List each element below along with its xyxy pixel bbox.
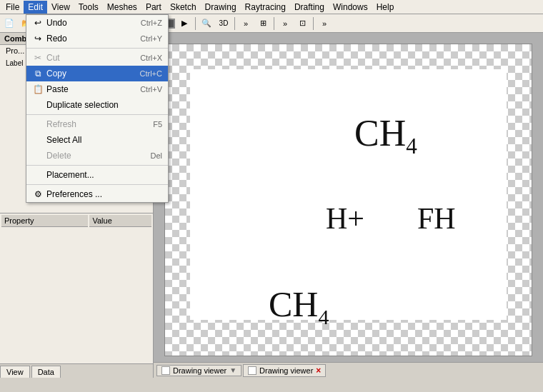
- delete-icon: [32, 150, 44, 161]
- menu-item-undo[interactable]: ↩ Undo Ctrl+Z: [26, 15, 168, 31]
- preferences-label: Preferences ...: [46, 189, 102, 199]
- new-btn[interactable]: 📄: [1, 16, 17, 31]
- sep-1: [26, 48, 168, 49]
- cut-label: Cut: [46, 53, 60, 63]
- canvas-tab-2-label: Drawing viewer: [259, 366, 313, 375]
- edit-dropdown-menu: ↩ Undo Ctrl+Z ↪ Redo Ctrl+Y ✂ Cut Ctrl+X…: [26, 14, 169, 203]
- duplicate-label: Duplicate selection: [46, 100, 119, 110]
- menu-edit[interactable]: Edit: [24, 1, 47, 14]
- menubar: File Edit View Tools Meshes Part Sketch …: [0, 0, 543, 14]
- cut-shortcut: Ctrl+X: [140, 54, 162, 62]
- value-col-header: Value: [89, 215, 151, 227]
- menu-item-redo[interactable]: ↪ Redo Ctrl+Y: [26, 31, 168, 46]
- refresh-icon: [32, 119, 44, 130]
- t7[interactable]: ⊡: [294, 16, 310, 31]
- menu-item-copy[interactable]: ⧉ Copy Ctrl+C: [26, 66, 168, 81]
- select-all-icon: [32, 134, 44, 146]
- canvas-bottom-tabs: Drawing viewer ▼ Drawing viewer ×: [154, 362, 543, 378]
- placement-icon: [32, 169, 44, 181]
- menu-item-select-all[interactable]: Select All: [26, 132, 168, 148]
- sep-4: [26, 184, 168, 185]
- canvas-tab-2[interactable]: Drawing viewer ×: [243, 364, 326, 377]
- canvas-area: CH4 H+ FH CH4 Drawing viewer: [154, 33, 543, 378]
- molecule-ch4-bottom: CH4: [269, 283, 329, 329]
- canvas-tab-1-label: Drawing viewer: [173, 366, 226, 375]
- paste-icon: 📋: [32, 84, 44, 95]
- redo-icon: ↪: [32, 33, 44, 44]
- property-table: Property Value: [0, 213, 153, 228]
- menu-sketch[interactable]: Sketch: [166, 1, 201, 14]
- menu-raytracing[interactable]: Raytracing: [241, 1, 290, 14]
- prefs-icon: ⚙: [32, 189, 44, 200]
- copy-label: Copy: [46, 69, 66, 79]
- copy-icon: ⧉: [32, 68, 44, 79]
- zoom-btn[interactable]: 🔍: [199, 16, 214, 31]
- molecule-ch4-top: CH4: [354, 112, 417, 159]
- menu-item-preferences[interactable]: ⚙ Preferences ...: [26, 186, 168, 202]
- paste-label: Paste: [46, 84, 69, 94]
- delete-label: Delete: [46, 151, 71, 161]
- menu-item-delete: Delete Del: [26, 148, 168, 164]
- menu-item-cut: ✂ Cut Ctrl+X: [26, 50, 168, 66]
- menu-drafting[interactable]: Drafting: [290, 1, 329, 14]
- menu-tools[interactable]: Tools: [74, 1, 103, 14]
- t8[interactable]: »: [317, 16, 332, 31]
- 3d-btn[interactable]: 3D: [216, 16, 231, 31]
- sep-3: [26, 165, 168, 166]
- duplicate-icon: [32, 99, 44, 111]
- menu-drawing[interactable]: Drawing: [201, 1, 241, 14]
- menu-part[interactable]: Part: [141, 1, 166, 14]
- t3[interactable]: ▶: [176, 16, 192, 31]
- menu-file[interactable]: File: [1, 1, 24, 14]
- sep6: [274, 17, 274, 30]
- property-col-header: Property: [1, 215, 88, 227]
- t4[interactable]: »: [238, 16, 254, 31]
- canvas-tab-2-close[interactable]: ×: [316, 366, 321, 376]
- sep4: [195, 17, 196, 30]
- sep5: [234, 17, 235, 30]
- menu-item-duplicate[interactable]: Duplicate selection: [26, 97, 168, 113]
- menu-help[interactable]: Help: [372, 1, 399, 14]
- bottom-tabs: View Data: [0, 363, 153, 378]
- t5[interactable]: ⊞: [255, 16, 271, 31]
- molecule-fh: FH: [417, 201, 456, 236]
- menu-view[interactable]: View: [47, 1, 74, 14]
- undo-shortcut: Ctrl+Z: [141, 19, 162, 27]
- menu-item-paste[interactable]: 📋 Paste Ctrl+V: [26, 81, 168, 97]
- canvas-tab-1[interactable]: Drawing viewer ▼: [156, 365, 241, 376]
- property-panel: Property Value: [0, 213, 153, 363]
- canvas-tab-1-close[interactable]: ▼: [229, 366, 236, 374]
- sep-2: [26, 114, 168, 115]
- cut-icon: ✂: [32, 52, 44, 64]
- menu-item-placement[interactable]: Placement...: [26, 167, 168, 183]
- menu-meshes[interactable]: Meshes: [103, 1, 141, 14]
- checker-canvas: CH4 H+ FH CH4: [164, 44, 532, 356]
- undo-icon: ↩: [32, 17, 44, 29]
- paste-shortcut: Ctrl+V: [140, 85, 162, 94]
- canvas-tab-2-check[interactable]: [248, 366, 256, 375]
- undo-label: Undo: [46, 18, 67, 28]
- copy-shortcut: Ctrl+C: [140, 69, 162, 78]
- white-canvas: CH4 H+ FH CH4: [190, 69, 507, 320]
- delete-shortcut: Del: [150, 151, 162, 160]
- molecule-h-plus: H+: [326, 201, 364, 236]
- menu-item-refresh: Refresh F5: [26, 116, 168, 132]
- tab-data[interactable]: Data: [31, 366, 61, 378]
- placement-label: Placement...: [46, 170, 94, 180]
- redo-label: Redo: [46, 34, 67, 44]
- sep7: [313, 17, 314, 30]
- menu-windows[interactable]: Windows: [329, 1, 372, 14]
- refresh-shortcut: F5: [153, 120, 162, 129]
- redo-shortcut: Ctrl+Y: [140, 34, 162, 43]
- refresh-label: Refresh: [46, 119, 76, 129]
- t6[interactable]: »: [277, 16, 293, 31]
- canvas-tab-1-check[interactable]: [161, 366, 170, 375]
- tab-view[interactable]: View: [0, 366, 30, 378]
- select-all-label: Select All: [46, 135, 81, 145]
